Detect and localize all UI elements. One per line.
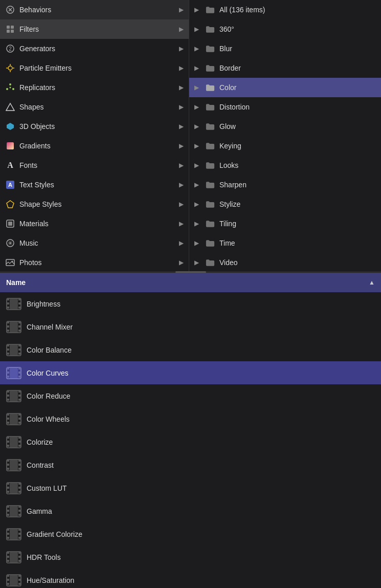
svg-rect-128 — [7, 583, 9, 585]
sidebar-item-materials-label: Materials — [19, 220, 175, 228]
right-item-stylize[interactable]: ▶ Stylize — [189, 194, 381, 214]
right-item-distortion[interactable]: ▶ Distortion — [189, 97, 381, 117]
right-item-blur[interactable]: ▶ Blur — [189, 39, 381, 58]
svg-point-12 — [9, 83, 11, 85]
text-styles-arrow: ▶ — [179, 181, 184, 188]
sidebar-item-generators-label: Generators — [19, 45, 175, 53]
shapes-icon — [5, 102, 15, 112]
svg-rect-107 — [18, 514, 21, 516]
list-item-colorize[interactable]: Colorize — [0, 430, 381, 453]
right-item-360[interactable]: ▶ 360° — [189, 19, 381, 39]
right-item-sharpen[interactable]: ▶ Sharpen — [189, 175, 381, 194]
color-folder-icon — [205, 83, 215, 92]
svg-rect-114 — [18, 533, 21, 535]
right-item-keying[interactable]: ▶ Keying — [189, 136, 381, 156]
svg-rect-47 — [7, 349, 9, 351]
svg-rect-122 — [18, 556, 21, 558]
svg-rect-96 — [7, 491, 9, 493]
photos-icon — [5, 257, 15, 268]
sidebar-item-shapes[interactable]: Shapes ▶ — [0, 97, 189, 117]
sidebar-item-shape-styles[interactable]: Shape Styles ▶ — [0, 194, 189, 214]
svg-rect-92 — [10, 460, 18, 470]
contrast-film-icon — [6, 459, 21, 472]
360-folder-icon — [205, 25, 215, 33]
brightness-label: Brightness — [27, 300, 60, 308]
svg-rect-18 — [7, 142, 14, 149]
sidebar-item-fonts[interactable]: A Fonts ▶ — [0, 156, 189, 175]
svg-rect-59 — [18, 376, 21, 378]
colorize-film-icon — [6, 435, 21, 449]
svg-marker-16 — [6, 103, 14, 111]
list-item-contrast[interactable]: Contrast — [0, 453, 381, 476]
sidebar-item-3d-objects[interactable]: 3D Objects ▶ — [0, 117, 189, 136]
svg-rect-129 — [18, 575, 21, 577]
sidebar-item-filters[interactable]: Filters ▶ — [0, 19, 189, 39]
gradients-arrow: ▶ — [179, 142, 184, 149]
right-item-blur-label: Blur — [219, 45, 232, 53]
svg-rect-30 — [7, 298, 9, 300]
gamma-label: Gamma — [27, 507, 52, 515]
list-item-gradient-colorize[interactable]: Gradient Colorize — [0, 522, 381, 546]
list-item-color-reduce[interactable]: Color Reduce — [0, 384, 381, 407]
sidebar-item-behaviors[interactable]: Behaviors ▶ — [0, 0, 189, 19]
right-item-color[interactable]: ▶ Color — [189, 78, 381, 97]
svg-rect-91 — [18, 468, 21, 470]
svg-rect-79 — [7, 441, 9, 443]
svg-point-13 — [6, 88, 8, 90]
sidebar-item-text-styles-label: Text Styles — [19, 181, 175, 189]
color-balance-film-icon — [6, 343, 21, 357]
right-item-time[interactable]: ▶ Time — [189, 233, 381, 253]
color-arrow: ▶ — [194, 84, 199, 91]
list-item-color-curves[interactable]: Color Curves — [0, 361, 381, 384]
shapes-arrow: ▶ — [179, 103, 184, 111]
right-item-color-label: Color — [219, 83, 236, 92]
generators-arrow: ▶ — [179, 45, 184, 52]
svg-rect-2 — [11, 26, 14, 29]
list-item-hue-saturation[interactable]: Hue/Saturation — [0, 569, 381, 588]
sidebar-item-gradients[interactable]: Gradients ▶ — [0, 136, 189, 156]
sidebar-item-filters-label: Filters — [19, 25, 175, 33]
list-item-color-wheels[interactable]: Color Wheels — [0, 407, 381, 430]
time-arrow: ▶ — [194, 239, 199, 247]
right-item-looks[interactable]: ▶ Looks — [189, 156, 381, 175]
list-item-channel-mixer[interactable]: Channel Mixer — [0, 315, 381, 338]
gradients-icon — [5, 141, 15, 151]
bottom-panel: Name ▲ Brightness — [0, 273, 381, 588]
brightness-film-icon — [6, 297, 21, 311]
gradient-colorize-label: Gradient Colorize — [27, 530, 82, 538]
svg-rect-72 — [7, 422, 9, 424]
sidebar-item-generators[interactable]: 2 Generators ▶ — [0, 39, 189, 58]
right-item-glow[interactable]: ▶ Glow — [189, 117, 381, 136]
border-folder-icon — [205, 64, 215, 72]
svg-rect-126 — [7, 575, 9, 577]
tiling-folder-icon — [205, 220, 215, 228]
svg-rect-52 — [10, 345, 18, 355]
sidebar-item-gradients-label: Gradients — [19, 142, 175, 150]
right-item-video-label: Video — [219, 258, 238, 267]
right-item-border[interactable]: ▶ Border — [189, 58, 381, 78]
sidebar-item-materials[interactable]: Materials ▶ — [0, 214, 189, 233]
list-item-brightness[interactable]: Brightness — [0, 292, 381, 315]
sidebar-item-music[interactable]: Music ▶ — [0, 233, 189, 253]
right-item-video[interactable]: ▶ Video — [189, 253, 381, 271]
list-item-color-balance[interactable]: Color Balance — [0, 338, 381, 361]
list-item-gamma[interactable]: Gamma — [0, 499, 381, 522]
sidebar-item-text-styles[interactable]: A Text Styles ▶ — [0, 175, 189, 194]
svg-rect-51 — [18, 353, 21, 355]
sidebar-item-replicators[interactable]: Replicators ▶ — [0, 78, 189, 97]
list-item-hdr-tools[interactable]: HDR Tools — [0, 546, 381, 569]
color-balance-label: Color Balance — [27, 346, 72, 354]
right-item-all[interactable]: ▶ All (136 items) — [189, 0, 381, 19]
sidebar-item-photos[interactable]: Photos ▶ — [0, 253, 189, 271]
svg-rect-42 — [18, 325, 21, 328]
custom-lut-film-icon — [6, 482, 21, 495]
sidebar-item-particle-emitters[interactable]: Particle Emitters ▶ — [0, 58, 189, 78]
svg-rect-95 — [7, 487, 9, 489]
list-items-container: Brightness Channel Mixer — [0, 292, 381, 588]
list-item-custom-lut[interactable]: Custom LUT — [0, 476, 381, 499]
name-header[interactable]: Name ▲ — [0, 273, 381, 292]
svg-rect-121 — [18, 552, 21, 554]
svg-point-26 — [10, 243, 11, 244]
right-item-sharpen-label: Sharpen — [219, 181, 246, 189]
right-item-tiling[interactable]: ▶ Tiling — [189, 214, 381, 233]
